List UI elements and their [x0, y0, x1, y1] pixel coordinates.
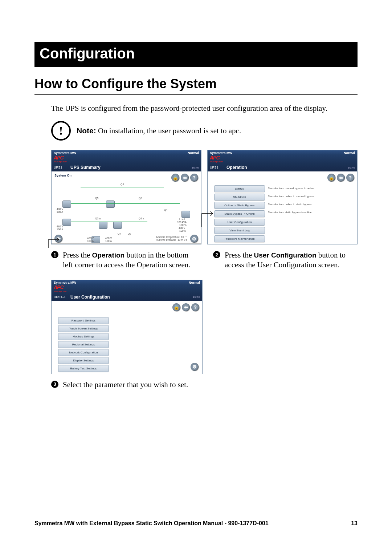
- uc-btn-password-settings[interactable]: Password Settings: [58, 317, 109, 324]
- back-icon[interactable]: ⬅: [181, 174, 189, 182]
- product-name: Symmetra MW: [54, 281, 76, 284]
- step-2-a: Press the: [225, 251, 254, 259]
- status-label: Normal: [188, 151, 199, 155]
- back-icon[interactable]: ⬅: [182, 303, 190, 311]
- step-number-icon: 3: [51, 381, 58, 388]
- screenshot-user-configuration: Symmetra MW Normal APC www.apc.com UPS1-…: [51, 280, 203, 374]
- q5-label: Q5: [95, 197, 98, 199]
- gear-icon[interactable]: ⚙: [191, 363, 199, 371]
- status-label: Normal: [344, 151, 355, 155]
- op-btn-shutdown[interactable]: Shutdown: [214, 194, 265, 200]
- step-2-b: User Configuration: [254, 251, 317, 259]
- system-on-label: System On: [54, 174, 72, 177]
- status-label: Normal: [189, 281, 200, 284]
- load-a: 100 A: [179, 230, 186, 232]
- load-label: Load: [179, 218, 185, 220]
- reading-100a-a: 100 A: [57, 211, 63, 213]
- uc-btn-battery-test-settings[interactable]: Battery Test Settings: [58, 365, 109, 372]
- runtime-label: Runtime available: [156, 239, 176, 241]
- brand-logo: APC: [210, 155, 223, 161]
- help-icon[interactable]: ?: [346, 174, 354, 182]
- op-desc-shutdown: Transfer from online to manual bypass: [268, 195, 314, 198]
- op-btn-view-event-log[interactable]: View Event Log: [214, 227, 265, 234]
- brand-logo: APC: [54, 155, 67, 161]
- op-btn-online-to-sbp[interactable]: Online -> Static Bypass: [214, 202, 265, 209]
- screen-title: User Configuration: [70, 295, 110, 300]
- note-text: On installation, the user password is se…: [98, 126, 241, 135]
- uc-btn-modbus-settings[interactable]: Modbus Settings: [58, 333, 109, 340]
- op-btn-startup[interactable]: Startup: [214, 185, 265, 192]
- back-icon[interactable]: ⬅: [337, 174, 345, 182]
- section-banner: Configuration: [34, 42, 358, 67]
- op-desc-online-sbp: Transfer from online to static bypass: [268, 203, 312, 206]
- q3a-label: Q3 a: [95, 217, 101, 220]
- uc-btn-display-settings[interactable]: Display Settings: [58, 357, 109, 364]
- intro-text: The UPS is configured from the password-…: [51, 104, 358, 113]
- uc-btn-regional-settings[interactable]: Regional Settings: [58, 341, 109, 348]
- product-name: Symmetra MW: [54, 151, 76, 155]
- brand-url: www.apc.com: [54, 290, 67, 292]
- screenshot-operation: Symmetra MW Normal APC www.apc.com UPS1 …: [207, 150, 358, 244]
- q4-label: Q4: [164, 208, 167, 211]
- screenshot-ups-summary: Symmetra MW Normal APC www.apc.com UPS1 …: [51, 150, 201, 244]
- step-3: 3 Select the parameter that you wish to …: [51, 380, 196, 390]
- q3-label: Q3: [121, 183, 124, 186]
- step-number-icon: 2: [213, 251, 220, 258]
- step-1-b: Operation: [92, 251, 125, 259]
- lock-icon[interactable]: 🔒: [171, 174, 179, 182]
- gear-icon[interactable]: ⚙: [190, 235, 198, 243]
- uc-btn-touch-screen-settings[interactable]: Touch Screen Settings: [58, 325, 109, 332]
- note-icon: !: [51, 121, 71, 141]
- load-pct: 100 %: [179, 224, 187, 226]
- step-3-text: Select the parameter that you wish to se…: [63, 380, 188, 390]
- ups-id: UPS1: [210, 166, 226, 169]
- step-1-a: Press the: [63, 251, 92, 259]
- op-btn-sbp-to-online[interactable]: Static Bypass -> Online: [214, 210, 265, 217]
- runtime-value: 10 m 0 s: [177, 239, 187, 241]
- clock: 10:46: [192, 166, 199, 169]
- page-title: How to Configure the System: [34, 67, 358, 95]
- ups-id: UPS1-A: [54, 295, 70, 299]
- help-icon[interactable]: ?: [190, 174, 198, 182]
- lock-icon[interactable]: 🔒: [172, 303, 180, 311]
- op-btn-predictive-maint[interactable]: Predictive Maintenance: [214, 235, 265, 242]
- mimic-diagram: Q3 Q5 Q6 Q4 480 V 100 A Q3 a: [55, 182, 197, 235]
- ambient-label: Ambient temperature: [156, 236, 180, 238]
- load-kva: 100 kVA: [177, 221, 187, 223]
- ups-id: UPS1: [54, 166, 70, 169]
- brand-logo: APC: [54, 284, 67, 290]
- note-callout: ! Note: On installation, the user passwo…: [51, 121, 358, 141]
- op-btn-user-configuration[interactable]: User Configuration: [214, 219, 265, 226]
- footer-title: Symmetra MW with External Bypass Static …: [34, 520, 269, 527]
- operation-button[interactable]: ⟳: [54, 235, 62, 243]
- step-number-icon: 1: [51, 251, 58, 258]
- reading-480v-a: 480 V: [57, 208, 63, 210]
- op-desc-sbp-online: Transfer from static bypass to online: [268, 211, 312, 214]
- note-label: Note:: [77, 126, 96, 135]
- screen-title: UPS Summary: [70, 165, 101, 170]
- ambient-value: 69 °F: [181, 236, 187, 238]
- screen-title: Operation: [226, 165, 247, 170]
- reading-480v-b: 480 V: [57, 225, 63, 228]
- help-icon[interactable]: ?: [191, 303, 199, 311]
- uc-btn-network-configuration[interactable]: Network Configuration: [58, 349, 109, 356]
- product-name: Symmetra MW: [210, 151, 232, 155]
- clock: 10:46: [193, 295, 200, 299]
- step-2: 2 Press the User Configuration button to…: [213, 250, 358, 270]
- page-number: 13: [351, 520, 358, 527]
- q6-label: Q6: [139, 197, 142, 199]
- brand-url: www.apc.com: [210, 161, 223, 163]
- clock: 10:46: [348, 166, 355, 169]
- step-1: 1 Press the Operation button in the bott…: [51, 250, 196, 270]
- op-desc-startup: Transfer from manual bypass to online: [268, 187, 314, 190]
- brand-url: www.apc.com: [54, 161, 67, 163]
- reading-100a-b: 100 A: [57, 228, 63, 231]
- q2a-label: Q2 a: [139, 217, 144, 220]
- load-v: 480 V: [179, 227, 185, 229]
- lock-icon[interactable]: 🔒: [327, 174, 335, 182]
